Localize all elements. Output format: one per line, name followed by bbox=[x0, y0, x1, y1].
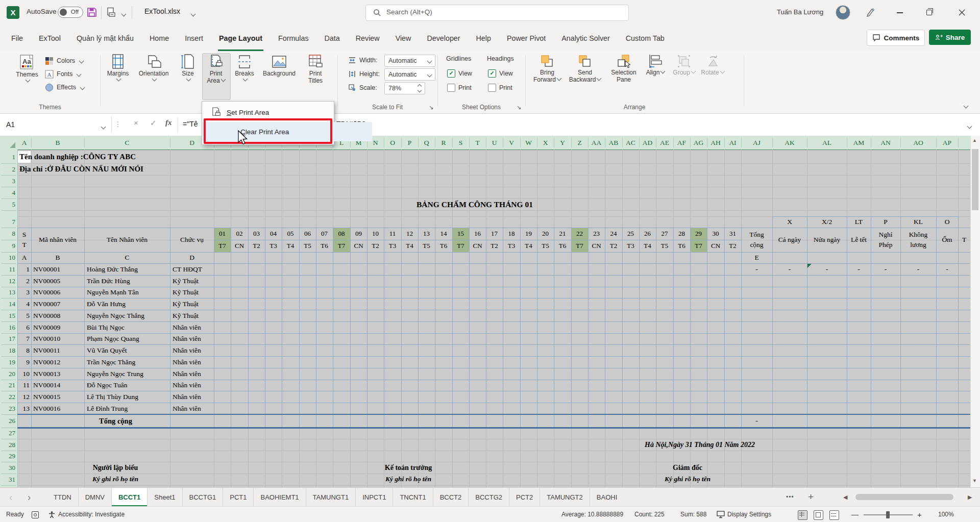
effects-button[interactable]: Effects bbox=[45, 81, 84, 93]
day-weekday-cell[interactable]: T4 bbox=[639, 240, 656, 252]
sheet-tab-tamungt2[interactable]: TAMUNGT2 bbox=[540, 488, 590, 507]
employee-no-cell[interactable]: 5 bbox=[17, 310, 30, 321]
column-header-y[interactable]: Y bbox=[554, 137, 571, 148]
ribbon-tab-file[interactable]: File bbox=[10, 25, 24, 51]
letter-row-cell[interactable]: C bbox=[84, 252, 170, 263]
more-sheets-icon[interactable]: ••• bbox=[786, 488, 794, 506]
employee-no-cell[interactable]: 2 bbox=[17, 275, 30, 287]
day-number-cell[interactable]: 25 bbox=[622, 228, 639, 240]
vertical-scrollbar[interactable] bbox=[970, 136, 980, 487]
total-label-cell[interactable]: Tổng cộng bbox=[17, 415, 214, 427]
column-header-o[interactable]: O bbox=[384, 137, 401, 148]
document-title[interactable]: ExTool.xlsx bbox=[144, 7, 180, 15]
day-number-cell[interactable]: 09 bbox=[350, 228, 367, 240]
margins-button[interactable]: Margins bbox=[103, 54, 133, 81]
day-weekday-cell[interactable]: T6 bbox=[435, 240, 452, 252]
value-dash-cell[interactable]: - bbox=[847, 263, 871, 275]
employee-name-cell[interactable]: Trần Ngọc Thăng bbox=[87, 356, 168, 368]
headings-print-checkbox[interactable]: Print bbox=[488, 82, 512, 94]
column-header-s[interactable]: S bbox=[452, 137, 469, 148]
employee-no-cell[interactable]: 7 bbox=[17, 333, 30, 344]
column-header-w[interactable]: W bbox=[520, 137, 537, 148]
avatar[interactable] bbox=[836, 5, 850, 20]
value-dash-cell[interactable]: - bbox=[807, 263, 847, 275]
ribbon-tab-developer[interactable]: Developer bbox=[426, 25, 461, 51]
ink-pen-icon[interactable] bbox=[865, 7, 876, 18]
signature-note-cell[interactable]: Ký ghi rõ họ tên bbox=[54, 474, 177, 485]
summary-code-cell[interactable]: KL bbox=[900, 216, 936, 228]
employee-role-cell[interactable]: Nhân viên bbox=[173, 403, 213, 414]
save-icon[interactable] bbox=[86, 7, 97, 18]
quick-access-dropdown-icon[interactable] bbox=[120, 10, 126, 19]
send-backward-button[interactable]: Send Backward bbox=[568, 54, 602, 83]
day-weekday-cell[interactable]: T3 bbox=[503, 240, 520, 252]
employee-name-cell[interactable]: Nguyễn Mạnh Tân bbox=[87, 287, 168, 298]
day-number-cell[interactable]: 14 bbox=[435, 228, 452, 240]
day-number-cell[interactable]: 31 bbox=[724, 228, 741, 240]
employee-id-cell[interactable]: NV00010 bbox=[33, 333, 83, 344]
vscroll-down-icon[interactable]: ▼ bbox=[972, 478, 978, 485]
row-header-2[interactable]: 2 bbox=[0, 163, 15, 175]
insert-function-icon[interactable]: fx bbox=[165, 118, 172, 127]
vscroll-thumb[interactable] bbox=[972, 149, 978, 210]
day-weekday-cell[interactable]: T7 bbox=[690, 240, 707, 252]
employee-role-cell[interactable]: Nhân viên bbox=[173, 368, 213, 380]
day-weekday-cell[interactable]: T2 bbox=[367, 240, 384, 252]
employee-no-cell[interactable]: 10 bbox=[17, 368, 30, 380]
day-weekday-cell[interactable]: CN bbox=[588, 240, 605, 252]
day-weekday-cell[interactable]: T3 bbox=[384, 240, 401, 252]
employee-role-cell[interactable]: Nhân viên bbox=[173, 391, 213, 403]
employee-role-cell[interactable]: Kỹ Thuật bbox=[173, 287, 213, 298]
row-header-23[interactable]: 23 bbox=[0, 403, 15, 414]
employee-no-cell[interactable]: 6 bbox=[17, 321, 30, 333]
row-header-12[interactable]: 12 bbox=[0, 275, 15, 287]
row-header-10[interactable]: 10 bbox=[0, 252, 15, 263]
day-weekday-cell[interactable]: T4 bbox=[282, 240, 299, 252]
date-line-cell[interactable]: Hà Nội,Ngày 31 Tháng 01 Năm 2022 bbox=[630, 439, 769, 451]
ribbon-tab-home[interactable]: Home bbox=[149, 25, 170, 51]
macro-record-icon[interactable] bbox=[32, 511, 39, 518]
vscroll-up-icon[interactable]: ▲ bbox=[972, 138, 978, 145]
employee-name-cell[interactable]: Lê Thị Thùy Dung bbox=[87, 391, 168, 403]
day-weekday-cell[interactable]: T7 bbox=[214, 240, 231, 252]
collapse-ribbon-icon[interactable] bbox=[963, 102, 968, 111]
employee-id-cell[interactable]: NV00001 bbox=[33, 263, 83, 275]
minimize-button[interactable] bbox=[888, 0, 912, 25]
status-accessibility[interactable]: Accessibility: Investigate bbox=[58, 507, 125, 522]
employee-id-cell[interactable]: NV00012 bbox=[33, 356, 83, 368]
column-header-af[interactable]: AF bbox=[673, 137, 690, 148]
day-weekday-cell[interactable]: T6 bbox=[554, 240, 571, 252]
row-header-27[interactable]: 27 bbox=[0, 428, 15, 439]
column-header-z[interactable]: Z bbox=[571, 137, 588, 148]
column-header-a[interactable]: A bbox=[17, 137, 31, 148]
employee-role-cell[interactable]: Nhân viên bbox=[173, 380, 213, 391]
value-dash-cell[interactable]: - bbox=[900, 263, 936, 275]
employee-name-cell[interactable]: Đỗ Ngọc Tuân bbox=[87, 380, 168, 391]
day-number-cell[interactable]: 13 bbox=[418, 228, 435, 240]
sheet-tab-bcct2[interactable]: BCCT2 bbox=[433, 488, 469, 507]
print-titles-button[interactable]: Print Titles bbox=[302, 54, 329, 84]
column-header-aa[interactable]: AA bbox=[588, 137, 605, 148]
view-normal-button[interactable] bbox=[798, 510, 807, 520]
column-header-ab[interactable]: AB bbox=[605, 137, 622, 148]
employee-role-cell[interactable]: Nhân viên bbox=[173, 356, 213, 368]
employee-no-cell[interactable]: 12 bbox=[17, 391, 30, 403]
column-header-u[interactable]: U bbox=[486, 137, 503, 148]
width-select[interactable]: Automatic bbox=[384, 55, 435, 67]
column-header-ao[interactable]: AO bbox=[900, 137, 936, 148]
column-header-ah[interactable]: AH bbox=[707, 137, 724, 148]
row-header-21[interactable]: 21 bbox=[0, 380, 15, 391]
row-header-9[interactable]: 9 bbox=[0, 240, 15, 252]
comments-button[interactable]: Comments bbox=[867, 30, 925, 46]
employee-name-cell[interactable]: Hoàng Đức Thắng bbox=[87, 263, 168, 275]
print-area-button[interactable]: Print Area bbox=[202, 54, 230, 84]
day-weekday-cell[interactable]: T6 bbox=[316, 240, 333, 252]
employee-role-cell[interactable]: Nhân viên bbox=[173, 333, 213, 344]
header-summary-0[interactable]: Cả ngày bbox=[772, 228, 807, 252]
row-header-31[interactable]: 31 bbox=[0, 474, 15, 485]
headings-view-checkbox[interactable]: ✓ View bbox=[488, 67, 513, 80]
scale-input[interactable]: 78% bbox=[384, 82, 425, 94]
align-button[interactable]: Align bbox=[644, 54, 667, 76]
ribbon-tab-page-layout[interactable]: Page Layout bbox=[218, 25, 263, 51]
sheet-tab-bcctg2[interactable]: BCCTG2 bbox=[469, 488, 509, 507]
